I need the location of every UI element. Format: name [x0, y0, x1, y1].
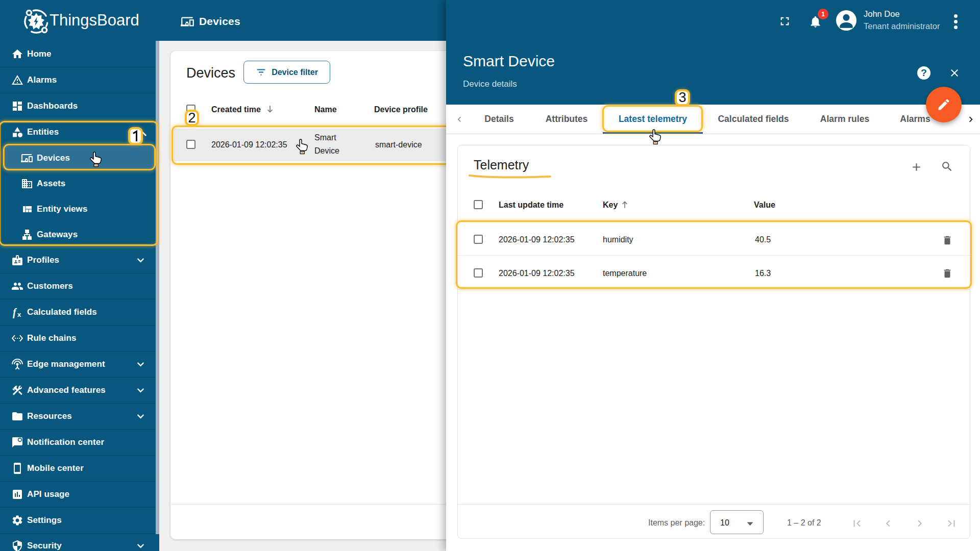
svg-text:f: f — [13, 307, 17, 318]
svg-text:x: x — [17, 311, 21, 318]
